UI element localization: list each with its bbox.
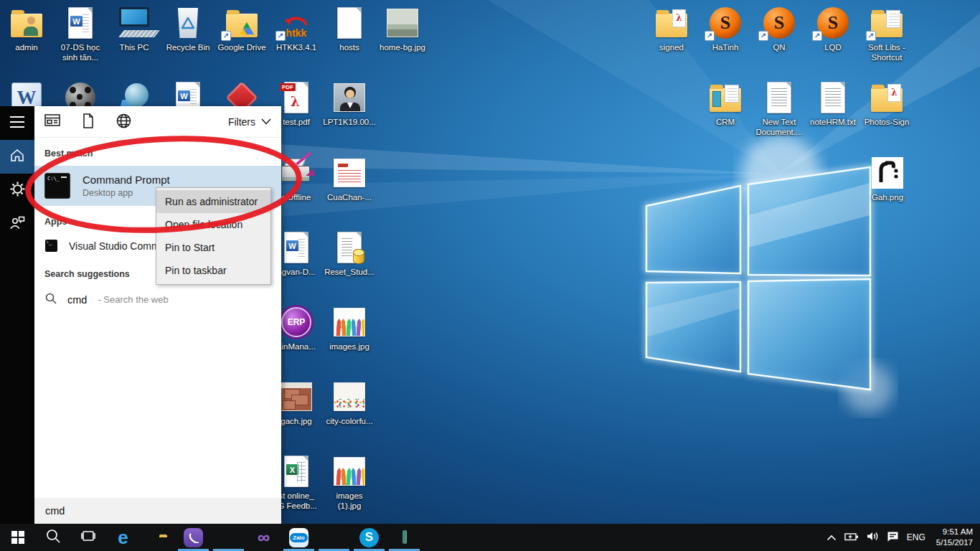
start-menu-sidebar [0, 106, 34, 524]
taskbar-file-explorer-button[interactable] [141, 524, 176, 551]
sidebar-item-feedback[interactable] [0, 207, 34, 241]
tray-date: 5/15/2017 [936, 537, 973, 548]
skype-icon: S [359, 528, 379, 547]
battery-icon[interactable] [844, 531, 859, 544]
context-menu-item-open-file-location[interactable]: Open file location [156, 213, 270, 236]
taskbar-htkk-button[interactable] [316, 524, 352, 551]
desktop-icon-admin[interactable]: admin [0, 6, 55, 53]
drive-folder-icon: ↗ [214, 6, 270, 40]
text-file-icon [751, 80, 807, 115]
taskbar-start-button[interactable] [0, 524, 35, 551]
desktop-icon-notehrm-txt[interactable]: noteHRM.txt [805, 80, 861, 128]
speaker-icon[interactable] [867, 531, 879, 544]
desktop-icon-07-ds-h-c-sinh-t-n[interactable]: W07-DS học sinh tăn... [52, 6, 108, 63]
desktop-icon-label: images.jpg [321, 342, 377, 352]
desktop-icon-qn[interactable]: S↗QN [751, 6, 807, 53]
desktop-icon-crm[interactable]: CRM [697, 80, 753, 128]
s-sphere-icon: S↗ [697, 6, 753, 40]
tray-clock[interactable]: 9:51 AM 5/15/2017 [933, 527, 973, 548]
documents-filter-icon[interactable] [82, 113, 95, 131]
desktop-icon-gah-png[interactable]: Gah.png [859, 156, 915, 203]
taskbar-edge-button[interactable]: e [105, 524, 141, 551]
thumb-portrait-icon [321, 80, 377, 115]
desktop-icon-signed[interactable]: λsigned [644, 6, 699, 53]
desktop-icon-this-pc[interactable]: This PC [106, 6, 162, 53]
person-feedback-icon [9, 216, 25, 232]
taskbar: e∞ZaloS [0, 524, 980, 551]
taskbar-items: e∞ZaloS [0, 524, 422, 551]
desktop-icon-hatinh[interactable]: S↗HaTinh [697, 6, 753, 53]
folder-user-icon [0, 6, 55, 40]
desktop-icon-lpt1k19-00[interactable]: LPT1K19.00... [321, 80, 377, 128]
desktop-icon-reset-stud[interactable]: Reset_Stud... [321, 230, 377, 278]
desktop-icon-home-bg-jpg[interactable]: home-bg.jpg [374, 6, 430, 53]
action-center-icon[interactable] [887, 531, 899, 545]
desktop-icon-images-jpg[interactable]: images.jpg [321, 305, 377, 352]
taskbar-task-view-button[interactable] [70, 524, 105, 551]
taskbar-skype-button[interactable]: S [352, 524, 387, 551]
taskbar-notepad-button[interactable] [387, 524, 422, 551]
sidebar-item-settings[interactable] [0, 174, 34, 207]
infinity-icon: ∞ [258, 529, 270, 546]
desktop-icon-lqd[interactable]: S↗LQD [805, 6, 861, 53]
app-title: Visual Studio Comm [69, 240, 160, 252]
context-menu-item-pin-to-start[interactable]: Pin to Start [156, 236, 270, 259]
desktop-icon-recycle-bin[interactable]: Recycle Bin [160, 6, 216, 53]
desktop-icon-google-drive[interactable]: ↗Google Drive [214, 6, 270, 53]
search-suggestion[interactable]: cmd- Search the web [34, 286, 281, 313]
shortcut-arrow-icon: ↗ [275, 31, 286, 41]
desktop-icon-images-1-jpg[interactable]: images (1).jpg [321, 454, 377, 512]
folder-pdf-icon: λ [644, 6, 699, 40]
desktop-icon-label: Google Drive [214, 43, 270, 53]
tray-chevron-up-icon[interactable] [826, 531, 837, 544]
desktop-icon-label: noteHRM.txt [805, 118, 861, 128]
shortcut-arrow-icon: ↗ [705, 31, 715, 41]
desktop-icon-label: hosts [321, 43, 377, 53]
taskbar-zalo-button[interactable]: Zalo [281, 524, 316, 551]
folder-crm-icon [697, 80, 753, 115]
app-icon [45, 240, 57, 252]
sidebar-item-home[interactable] [0, 140, 34, 174]
gear-icon [10, 182, 25, 199]
web-filter-icon[interactable] [116, 113, 131, 131]
sidebar-item-menu[interactable] [0, 106, 34, 140]
apps-filter-icon[interactable] [44, 113, 60, 130]
windows-logo-icon [11, 531, 24, 544]
filters-button[interactable]: Filters [228, 116, 271, 128]
desktop-icon-label: This PC [106, 43, 162, 53]
best-match-header: Best match [34, 138, 281, 166]
task-view-icon [80, 529, 96, 545]
desktop-icon-soft-libs-shortcut[interactable]: ↗Soft Libs - Shortcut [859, 6, 915, 63]
thumb-gah-icon [859, 156, 915, 190]
thumb-home-icon [374, 6, 430, 40]
taskbar-viber-button[interactable] [176, 524, 211, 551]
start-search-input[interactable]: cmd [34, 498, 281, 524]
desktop-icon-city-colorfu[interactable]: city-colorfu... [321, 380, 377, 427]
desktop-icon-htkk3-4-1[interactable]: htkk↗HTKK3.4.1 [268, 6, 324, 53]
context-menu-item-pin-to-taskbar[interactable]: Pin to taskbar [156, 259, 270, 282]
desktop-icon-cuachan[interactable]: CuaChan-... [321, 156, 377, 203]
suggestions-list: cmd- Search the web [34, 286, 281, 313]
context-menu: Run as administratorOpen file locationPi… [156, 187, 271, 285]
best-match-title: Command Prompt [83, 174, 170, 186]
taskbar-visual-studio-button[interactable]: ∞ [246, 524, 281, 551]
text-file-icon [805, 80, 861, 115]
shortcut-arrow-icon: ↗ [866, 31, 876, 41]
search-filter-row: Filters [34, 106, 281, 138]
desktop-icon-label: HaTinh [697, 43, 753, 53]
taskbar-search-button[interactable] [35, 524, 70, 551]
taskbar-chrome-button[interactable] [211, 524, 246, 551]
context-menu-item-run-as-administrator[interactable]: Run as administrator [156, 190, 270, 213]
desktop-icon-hosts[interactable]: hosts [321, 6, 377, 53]
desktop-icon-label: Photos-Sign [859, 118, 915, 128]
this-pc-icon [106, 6, 162, 40]
language-indicator[interactable]: ENG [907, 532, 925, 542]
desktop-icon-photos-sign[interactable]: λPhotos-Sign [859, 80, 915, 128]
desktop-icon-label: signed [644, 43, 699, 53]
search-icon [46, 529, 60, 546]
desktop-icon-label: HTKK3.4.1 [268, 43, 324, 53]
desktop-icon-label: Reset_Stud... [321, 268, 377, 278]
desktop-icon-new-text-document[interactable]: New Text Document.... [751, 80, 807, 138]
desktop-icon-label: Recycle Bin [160, 43, 216, 53]
start-search-panel: Filters Best match C:\_ Command Prompt D… [34, 106, 281, 524]
